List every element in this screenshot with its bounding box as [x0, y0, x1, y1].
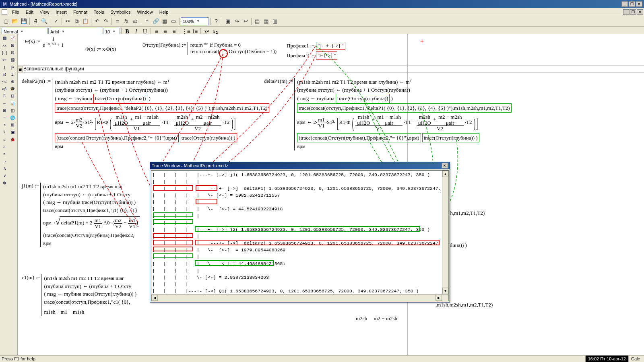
menu-edit[interactable]: Edit: [23, 9, 37, 15]
pal-sum[interactable]: Σ: [8, 70, 17, 78]
trace-button-c[interactable]: ↩: [241, 17, 250, 26]
pal-and[interactable]: ∧: [0, 165, 8, 172]
pal-chart[interactable]: 📊: [8, 99, 17, 107]
pal-le[interactable]: ≤: [0, 136, 8, 143]
font-value: Arial: [50, 29, 59, 34]
scroll-down-button[interactable]: ▼: [442, 288, 448, 294]
trace-close-button[interactable]: ✕: [442, 163, 448, 169]
mdi-minimize-button[interactable]: _: [623, 9, 630, 15]
mdi-restore-button[interactable]: ❐: [630, 9, 636, 15]
pal-surface[interactable]: ▨: [8, 56, 17, 63]
calculate-button[interactable]: =: [142, 17, 151, 26]
trace-button-a[interactable]: ▣: [223, 17, 232, 26]
menu-symbolics[interactable]: Symbolics: [107, 9, 134, 15]
new-button[interactable]: ▢: [2, 17, 10, 26]
crosshair-cursor: +: [420, 38, 424, 45]
align-regions-button[interactable]: ≡: [113, 17, 122, 26]
scroll-up-button[interactable]: ▲: [442, 171, 448, 177]
pal-greek[interactable]: αβ: [0, 85, 8, 92]
open-button[interactable]: 📂: [10, 17, 19, 26]
grid-button-b[interactable]: ▥: [270, 17, 279, 26]
menu-insert[interactable]: Insert: [52, 9, 70, 15]
pal-bool[interactable]: <≤: [0, 78, 8, 85]
pal-eval[interactable]: x=: [0, 56, 8, 63]
pal-tool[interactable]: 🎓: [8, 85, 17, 92]
pal-win2[interactable]: ▣: [8, 128, 17, 136]
pal-integral[interactable]: ∫a: [8, 63, 17, 70]
scroll-right-button[interactable]: ▶: [436, 295, 442, 301]
menu-window[interactable]: Window: [134, 9, 156, 15]
undo-button[interactable]: ↶: [93, 17, 101, 26]
insert-component-button[interactable]: ▦: [160, 17, 169, 26]
pal-globe[interactable]: 🌐: [8, 114, 17, 121]
insert-unit-button[interactable]: ⚖: [131, 17, 140, 26]
theta-definition[interactable]: Θ(x) := 1e⁻ˣ·⁵⁰ + 1: [25, 36, 64, 47]
spellcheck-button[interactable]: ✓: [52, 17, 60, 26]
copy-button[interactable]: ⧉: [72, 17, 81, 26]
pal-ge[interactable]: ≥: [0, 143, 8, 150]
phi-definition[interactable]: Φ(x) := x·Θ(x): [85, 46, 116, 52]
ruler-button[interactable]: ▤: [253, 17, 262, 26]
trace-window-titlebar[interactable]: Trace Window - MathcadReport.xmcdz ✕: [150, 162, 450, 169]
zoom-combo[interactable]: 100% ▼: [181, 17, 209, 25]
pal-win[interactable]: ⊞: [8, 121, 17, 128]
trace-text[interactable]: | | | | |---+- [->] j1( 1.65383656724923…: [151, 171, 448, 301]
insert-hyperlink-button[interactable]: 🔗: [151, 17, 160, 26]
redo-button[interactable]: ↷: [101, 17, 110, 26]
paste-button[interactable]: 📋: [81, 17, 90, 26]
minimize-button[interactable]: _: [621, 1, 628, 7]
insert-function-button[interactable]: fx: [122, 17, 131, 26]
pal-vec[interactable]: ⊡: [8, 49, 17, 56]
pal-bug[interactable]: 🐞: [8, 136, 17, 143]
pal-or[interactable]: ∨: [0, 172, 8, 179]
pal-graph[interactable]: 📈: [8, 34, 17, 41]
deltap2-definition[interactable]: deltaP2(m) := (m1sh m2sh m1 m2 T1 T2 вре…: [22, 78, 269, 150]
pal-gt[interactable]: >: [0, 128, 8, 136]
worksheet[interactable]: + Θ(x) := 1e⁻ˣ·⁵⁰ + 1 Φ(x) := x·Θ(x) Отс…: [18, 34, 644, 356]
trace-window[interactable]: Trace Window - MathcadReport.xmcdz ✕ | |…: [150, 162, 450, 302]
pal-3d[interactable]: ◫: [8, 107, 17, 114]
save-button[interactable]: 💾: [19, 17, 28, 26]
pal-sym[interactable]: →: [0, 99, 8, 107]
menu-format[interactable]: Format: [70, 9, 91, 15]
mdi-close-button[interactable]: ✕: [637, 9, 643, 15]
pal-boolean[interactable]: ⊕: [8, 78, 17, 85]
prefix2-definition[interactable]: Префикс2 := "\- [<-] ": [287, 51, 337, 60]
pal-lt[interactable]: <: [0, 121, 8, 128]
help-button[interactable]: ?: [212, 17, 221, 26]
menu-file[interactable]: File: [9, 9, 23, 15]
print-preview-button[interactable]: 🔍: [40, 17, 49, 26]
pal-ne[interactable]: ≠: [0, 150, 8, 157]
pal-matrix[interactable]: [::]: [0, 49, 8, 56]
close-button[interactable]: ✕: [636, 1, 642, 7]
zoom-value: 100%: [183, 19, 194, 24]
pal-calculator[interactable]: ▦: [0, 34, 8, 41]
otstup-definition[interactable]: Отступ(Глубина) := return "" if Глубина …: [142, 42, 277, 55]
c1-definition[interactable]: c1(m) := (m1sh m2sh m1 m2 T1 T2 время ша…: [22, 274, 136, 316]
menu-tools[interactable]: Tools: [91, 9, 107, 15]
scroll-left-button[interactable]: ◀: [151, 295, 158, 301]
print-button[interactable]: 🖨: [31, 17, 40, 26]
pal-prog2[interactable]: ⊟: [8, 92, 17, 99]
maximize-button[interactable]: ❐: [629, 1, 635, 7]
pal-mod[interactable]: ⊞: [0, 107, 8, 114]
pal-not[interactable]: ¬: [0, 157, 8, 165]
run-button[interactable]: ▭: [169, 17, 178, 26]
pal-plot[interactable]: ⊞: [8, 41, 17, 49]
pal-equal[interactable]: =: [0, 114, 8, 121]
trace-button-b[interactable]: ↪: [232, 17, 241, 26]
pal-sqr[interactable]: n!: [0, 70, 8, 78]
pal-xn[interactable]: xₙ: [0, 41, 8, 49]
pal-prog[interactable]: E: [0, 92, 8, 99]
menu-help[interactable]: Help: [156, 9, 172, 15]
pal-xor[interactable]: ⊕: [0, 179, 8, 186]
grid-button-a[interactable]: ▦: [262, 17, 270, 26]
trace-vertical-scrollbar[interactable]: ▲ ▼: [442, 171, 448, 294]
deltap1-definition[interactable]: deltaP1(m) := (m1sh m2sh m1 m2 T1 T2 вре…: [264, 78, 512, 150]
pal-calc[interactable]: ∫: [0, 63, 8, 70]
menu-view[interactable]: View: [37, 9, 53, 15]
j1-definition[interactable]: j1(m) := (m1sh m2sh m1 m2 T1 T2 время ша…: [22, 183, 140, 247]
trace-horizontal-scrollbar[interactable]: ◀ ▶: [151, 294, 448, 301]
prefix1-definition[interactable]: Префикс1 := "|---+- [->] ": [287, 42, 345, 50]
cut-button[interactable]: ✂: [63, 17, 72, 26]
